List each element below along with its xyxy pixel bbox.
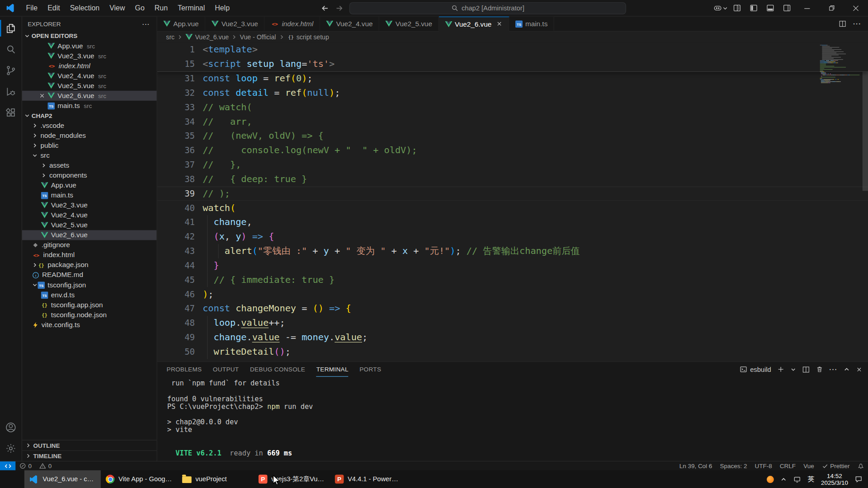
tree-item[interactable]: TSenv.d.ts: [22, 290, 157, 300]
status-warnings[interactable]: 0: [36, 461, 56, 470]
menu-run[interactable]: Run: [150, 2, 173, 14]
section-timeline[interactable]: TIMELINE: [22, 450, 157, 461]
new-terminal-icon[interactable]: [777, 366, 784, 373]
terminal-process[interactable]: esbuild: [740, 366, 771, 373]
tree-item[interactable]: Vue2_6.vue: [22, 230, 157, 240]
activity-search[interactable]: [0, 39, 22, 60]
tab-index.html[interactable]: <>index.html: [264, 17, 320, 31]
breadcrumb-item[interactable]: Vue - Official: [240, 34, 276, 41]
status-cursor-position[interactable]: Ln 39, Col 6: [675, 461, 716, 470]
status-formatter[interactable]: Prettier: [818, 461, 854, 470]
close-panel-icon[interactable]: [856, 366, 863, 373]
open-editors-header[interactable]: OPEN EDITORS: [22, 31, 157, 41]
command-center-search[interactable]: chap2 [Administrator]: [349, 2, 626, 14]
toggle-layoutbottom-button[interactable]: [762, 0, 778, 16]
terminal-dropdown-icon[interactable]: [791, 366, 796, 372]
maximize-panel-icon[interactable]: [844, 366, 849, 372]
explorer-actions-icon[interactable]: ···: [142, 20, 150, 27]
start-button[interactable]: [0, 470, 24, 488]
tab-vue2_5.vue[interactable]: Vue2_5.vue: [379, 17, 439, 31]
minimap[interactable]: [820, 45, 859, 84]
breadcrumb[interactable]: srcVue2_6.vueVue - Official{}script setu…: [157, 32, 868, 42]
code-editor[interactable]: 1<template>15<script setup lang='ts'> 31…: [157, 42, 868, 361]
open-editor-item[interactable]: App.vuesrc: [22, 41, 157, 51]
tab-vue2_6.vue[interactable]: Vue2_6.vue: [439, 17, 509, 32]
panel-tab-output[interactable]: OUTPUT: [213, 362, 239, 377]
tree-item[interactable]: Vue2_4.vue: [22, 210, 157, 220]
activity-accounts[interactable]: [0, 417, 22, 438]
project-section-header[interactable]: CHAP2: [22, 111, 157, 121]
tree-item[interactable]: <>index.html: [22, 250, 157, 260]
open-editor-item[interactable]: Vue2_3.vuesrc: [22, 51, 157, 61]
terminal-output[interactable]: run `npm fund` for details found 0 vulne…: [157, 377, 868, 461]
tree-item[interactable]: Vue2_5.vue: [22, 220, 157, 230]
notif-icon[interactable]: [855, 475, 863, 483]
ime-indicator[interactable]: 英: [808, 474, 815, 484]
orange-icon[interactable]: [767, 475, 774, 483]
tree-item[interactable]: TSmain.ts: [22, 190, 157, 200]
menu-selection[interactable]: Selection: [65, 2, 105, 14]
open-editor-item[interactable]: Vue2_5.vuesrc: [22, 81, 157, 91]
status-errors[interactable]: 0: [15, 461, 35, 470]
status-notifications[interactable]: [854, 461, 868, 470]
taskbar-app[interactable]: Pvuejs3-第2章Vue...: [254, 470, 330, 488]
menu-go[interactable]: Go: [130, 2, 150, 14]
open-editor-item[interactable]: Vue2_6.vuesrc: [22, 91, 157, 101]
status-language-mode[interactable]: Vue: [800, 461, 818, 470]
tab-vue2_3.vue[interactable]: Vue2_3.vue: [205, 17, 264, 31]
restore-button[interactable]: [819, 0, 844, 16]
tray-chevron-up-icon[interactable]: [781, 476, 787, 482]
status-eol[interactable]: CRLF: [776, 461, 799, 470]
open-editor-item[interactable]: TSmain.tssrc: [22, 101, 157, 111]
tree-item[interactable]: README.md: [22, 270, 157, 280]
minimize-button[interactable]: [795, 0, 819, 16]
activity-run-and-debug[interactable]: [0, 81, 22, 102]
copilot-button[interactable]: [712, 0, 729, 16]
toggle-layoutleft-button[interactable]: [745, 0, 762, 16]
editor-more-actions-icon[interactable]: ···: [853, 20, 861, 28]
activity-settings[interactable]: [0, 438, 22, 459]
close-tab-icon[interactable]: [496, 20, 503, 28]
panel-tab-problems[interactable]: PROBLEMS: [167, 362, 202, 377]
menu-view[interactable]: View: [104, 2, 130, 14]
monitor-icon[interactable]: [793, 475, 801, 483]
taskbar-app[interactable]: PV4.4.1 - PowerPoi...: [330, 470, 406, 488]
activity-explorer[interactable]: [0, 18, 22, 39]
activity-source-control[interactable]: [0, 60, 22, 81]
tree-item[interactable]: components: [22, 170, 157, 180]
tree-item[interactable]: App.vue: [22, 180, 157, 190]
taskbar-app[interactable]: Vite App - Googl...: [101, 470, 177, 488]
split-editor-icon[interactable]: [839, 20, 846, 28]
tree-item[interactable]: src: [22, 150, 157, 160]
menu-terminal[interactable]: Terminal: [173, 2, 210, 14]
kill-terminal-icon[interactable]: [816, 366, 823, 373]
tree-item[interactable]: Vue2_3.vue: [22, 200, 157, 210]
toggle-layoutright-button[interactable]: [778, 0, 795, 16]
status-indentation[interactable]: Spaces: 2: [716, 461, 751, 470]
tab-vue2_4.vue[interactable]: Vue2_4.vue: [320, 17, 379, 31]
tab-app.vue[interactable]: App.vue: [157, 17, 205, 31]
section-outline[interactable]: OUTLINE: [22, 440, 157, 450]
breadcrumb-item[interactable]: src: [166, 34, 175, 41]
panel-more-actions-icon[interactable]: ···: [829, 366, 837, 373]
menu-file[interactable]: File: [21, 2, 43, 14]
tree-item[interactable]: vite.config.ts: [22, 320, 157, 330]
open-editor-item[interactable]: <>index.html: [22, 61, 157, 71]
tree-item[interactable]: {}package.json: [22, 260, 157, 270]
status-encoding[interactable]: UTF-8: [751, 461, 776, 470]
activity-extensions[interactable]: [0, 102, 22, 123]
open-editor-item[interactable]: Vue2_4.vuesrc: [22, 71, 157, 81]
taskbar-app[interactable]: Vue2_6.vue - cha...: [24, 470, 101, 488]
menu-edit[interactable]: Edit: [42, 2, 65, 14]
tree-item[interactable]: node_modules: [22, 131, 157, 141]
forward-arrow-icon[interactable]: [335, 4, 344, 13]
tree-item[interactable]: {}tsconfig.app.json: [22, 300, 157, 310]
panel-tab-terminal[interactable]: TERMINAL: [316, 362, 349, 377]
tree-item[interactable]: assets: [22, 160, 157, 170]
breadcrumb-item[interactable]: Vue2_6.vue: [186, 34, 229, 41]
close-window-button[interactable]: [844, 0, 868, 16]
tree-item[interactable]: public: [22, 141, 157, 150]
menu-help[interactable]: Help: [210, 2, 235, 14]
panel-tab-ports[interactable]: PORTS: [359, 362, 381, 377]
back-arrow-icon[interactable]: [321, 4, 330, 13]
